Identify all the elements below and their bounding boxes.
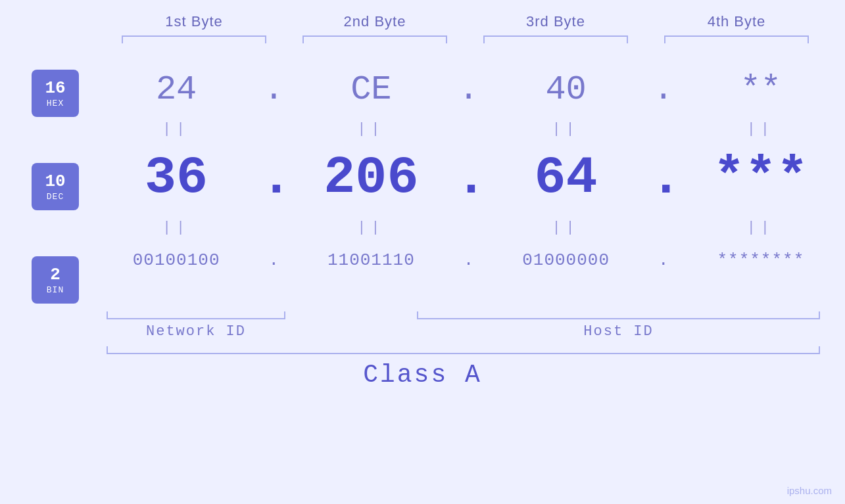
bracket-2 [285, 35, 466, 43]
dec-badge-num: 10 [45, 172, 65, 192]
top-brackets [104, 35, 827, 43]
dec-badge: 10 DEC [32, 163, 79, 210]
dec-b1: 36 [92, 152, 260, 204]
bin-b1: 00100100 [92, 250, 260, 270]
eq1-b4: || [677, 121, 845, 137]
hex-row: 24 . CE . 40 . ** [92, 63, 845, 116]
class-label: Class A [0, 361, 845, 389]
dec-dot1: . [260, 149, 287, 208]
network-id-label: Network ID [107, 323, 285, 340]
hex-badge: 16 HEX [32, 70, 79, 117]
byte2-header: 2nd Byte [285, 13, 466, 30]
byte1-header: 1st Byte [104, 13, 285, 30]
bin-dot3: . [650, 250, 677, 270]
values-grid: 24 . CE . 40 . ** || || || || 36 [92, 63, 845, 280]
hex-dot1: . [260, 70, 287, 109]
dec-dot2: . [456, 149, 482, 208]
byte4-header: 4th Byte [646, 13, 827, 30]
host-id-label: Host ID [417, 323, 820, 340]
equals-row-1: || || || || [92, 116, 845, 142]
bin-badge-label: BIN [47, 285, 64, 295]
id-labels-row: Network ID Host ID [107, 323, 820, 340]
byte3-header: 3rd Byte [466, 13, 646, 30]
eq1-b2: || [287, 121, 455, 137]
bracket-3 [466, 35, 646, 43]
bin-dot1: . [260, 250, 287, 270]
main-container: 1st Byte 2nd Byte 3rd Byte 4th Byte 16 H… [0, 0, 845, 504]
hex-badge-num: 16 [45, 78, 65, 99]
network-id-bracket [107, 311, 285, 319]
bin-badge-num: 2 [50, 265, 60, 285]
bin-b2: 11001110 [287, 250, 455, 270]
host-id-bracket [417, 311, 820, 319]
hex-b1: 24 [92, 70, 260, 109]
eq2-b4: || [677, 219, 845, 236]
dec-row: 36 . 206 . 64 . *** [92, 142, 845, 214]
hex-badge-label: HEX [47, 99, 64, 108]
hex-dot3: . [650, 70, 677, 109]
hex-dot2: . [456, 70, 482, 109]
byte-headers: 1st Byte 2nd Byte 3rd Byte 4th Byte [104, 13, 827, 30]
bottom-section: Network ID Host ID Class A [0, 311, 845, 389]
bottom-brackets-row [107, 311, 820, 319]
equals-row-2: || || || || [92, 214, 845, 241]
dec-b4: *** [677, 152, 845, 204]
dec-badge-label: DEC [47, 192, 64, 202]
bracket-gap [285, 311, 417, 319]
eq2-b2: || [287, 219, 455, 236]
dec-dot3: . [650, 149, 677, 208]
watermark: ipshu.com [787, 485, 832, 496]
eq1-b3: || [482, 121, 650, 137]
eq2-b1: || [92, 219, 260, 236]
outer-bracket [107, 346, 820, 354]
dec-b2: 206 [287, 152, 455, 204]
dec-b3: 64 [482, 152, 650, 204]
hex-b3: 40 [482, 70, 650, 109]
bin-badge: 2 BIN [32, 256, 79, 304]
bin-b3: 01000000 [482, 250, 650, 270]
eq2-b3: || [482, 219, 650, 236]
bracket-4 [646, 35, 827, 43]
eq1-b1: || [92, 121, 260, 137]
hex-b4: ** [677, 70, 845, 109]
badges-column: 16 HEX 10 DEC 2 BIN [0, 63, 92, 304]
bracket-1 [104, 35, 285, 43]
bin-dot2: . [456, 250, 482, 270]
hex-b2: CE [287, 70, 455, 109]
bin-row: 00100100 . 11001110 . 01000000 . *******… [92, 241, 845, 280]
main-grid: 16 HEX 10 DEC 2 BIN 24 . CE . 40 . ** [0, 63, 845, 304]
bin-b4: ******** [677, 250, 845, 270]
